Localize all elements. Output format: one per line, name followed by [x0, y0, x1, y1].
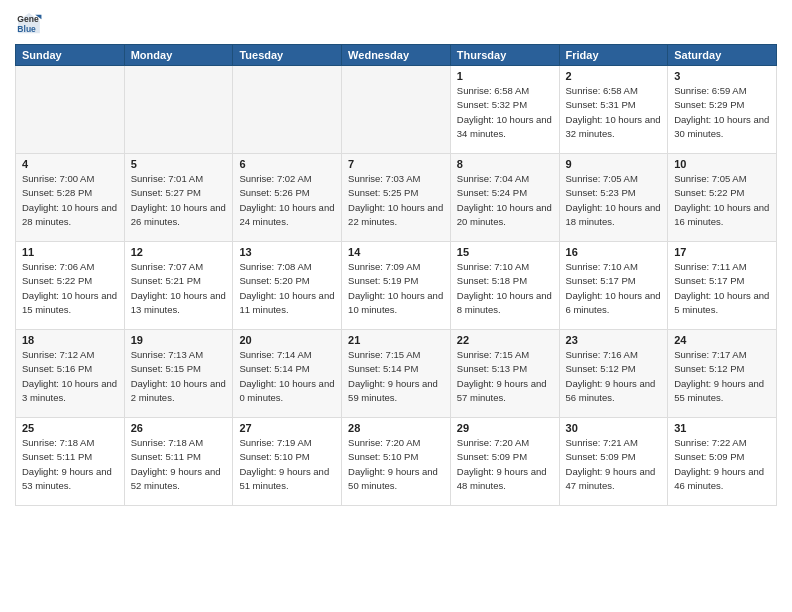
- day-cell: 31Sunrise: 7:22 AMSunset: 5:09 PMDayligh…: [668, 418, 777, 506]
- day-number: 29: [457, 422, 553, 434]
- day-number: 22: [457, 334, 553, 346]
- day-cell: 11Sunrise: 7:06 AMSunset: 5:22 PMDayligh…: [16, 242, 125, 330]
- week-row-3: 11Sunrise: 7:06 AMSunset: 5:22 PMDayligh…: [16, 242, 777, 330]
- day-info: Sunrise: 7:20 AMSunset: 5:10 PMDaylight:…: [348, 436, 444, 493]
- day-number: 15: [457, 246, 553, 258]
- day-number: 17: [674, 246, 770, 258]
- day-info: Sunrise: 7:05 AMSunset: 5:23 PMDaylight:…: [566, 172, 662, 229]
- page: Gene Blue SundayMondayTuesdayWednesdayTh…: [0, 0, 792, 612]
- day-info: Sunrise: 7:02 AMSunset: 5:26 PMDaylight:…: [239, 172, 335, 229]
- week-row-2: 4Sunrise: 7:00 AMSunset: 5:28 PMDaylight…: [16, 154, 777, 242]
- day-info: Sunrise: 7:20 AMSunset: 5:09 PMDaylight:…: [457, 436, 553, 493]
- day-cell: 13Sunrise: 7:08 AMSunset: 5:20 PMDayligh…: [233, 242, 342, 330]
- day-cell: 19Sunrise: 7:13 AMSunset: 5:15 PMDayligh…: [124, 330, 233, 418]
- day-cell: 5Sunrise: 7:01 AMSunset: 5:27 PMDaylight…: [124, 154, 233, 242]
- day-info: Sunrise: 7:00 AMSunset: 5:28 PMDaylight:…: [22, 172, 118, 229]
- day-info: Sunrise: 7:18 AMSunset: 5:11 PMDaylight:…: [131, 436, 227, 493]
- day-cell: [124, 66, 233, 154]
- day-info: Sunrise: 7:15 AMSunset: 5:14 PMDaylight:…: [348, 348, 444, 405]
- week-row-1: 1Sunrise: 6:58 AMSunset: 5:32 PMDaylight…: [16, 66, 777, 154]
- day-cell: 24Sunrise: 7:17 AMSunset: 5:12 PMDayligh…: [668, 330, 777, 418]
- day-info: Sunrise: 7:01 AMSunset: 5:27 PMDaylight:…: [131, 172, 227, 229]
- day-cell: 3Sunrise: 6:59 AMSunset: 5:29 PMDaylight…: [668, 66, 777, 154]
- week-row-4: 18Sunrise: 7:12 AMSunset: 5:16 PMDayligh…: [16, 330, 777, 418]
- day-cell: 16Sunrise: 7:10 AMSunset: 5:17 PMDayligh…: [559, 242, 668, 330]
- day-cell: 17Sunrise: 7:11 AMSunset: 5:17 PMDayligh…: [668, 242, 777, 330]
- day-info: Sunrise: 7:05 AMSunset: 5:22 PMDaylight:…: [674, 172, 770, 229]
- day-number: 23: [566, 334, 662, 346]
- day-number: 20: [239, 334, 335, 346]
- day-info: Sunrise: 7:12 AMSunset: 5:16 PMDaylight:…: [22, 348, 118, 405]
- calendar-table: SundayMondayTuesdayWednesdayThursdayFrid…: [15, 44, 777, 506]
- day-cell: 8Sunrise: 7:04 AMSunset: 5:24 PMDaylight…: [450, 154, 559, 242]
- day-info: Sunrise: 7:21 AMSunset: 5:09 PMDaylight:…: [566, 436, 662, 493]
- day-number: 6: [239, 158, 335, 170]
- weekday-header-tuesday: Tuesday: [233, 45, 342, 66]
- day-number: 30: [566, 422, 662, 434]
- day-info: Sunrise: 7:16 AMSunset: 5:12 PMDaylight:…: [566, 348, 662, 405]
- day-cell: 18Sunrise: 7:12 AMSunset: 5:16 PMDayligh…: [16, 330, 125, 418]
- day-info: Sunrise: 7:08 AMSunset: 5:20 PMDaylight:…: [239, 260, 335, 317]
- day-number: 3: [674, 70, 770, 82]
- weekday-header-row: SundayMondayTuesdayWednesdayThursdayFrid…: [16, 45, 777, 66]
- day-cell: 21Sunrise: 7:15 AMSunset: 5:14 PMDayligh…: [342, 330, 451, 418]
- weekday-header-thursday: Thursday: [450, 45, 559, 66]
- day-number: 9: [566, 158, 662, 170]
- weekday-header-friday: Friday: [559, 45, 668, 66]
- day-cell: 29Sunrise: 7:20 AMSunset: 5:09 PMDayligh…: [450, 418, 559, 506]
- day-info: Sunrise: 6:59 AMSunset: 5:29 PMDaylight:…: [674, 84, 770, 141]
- logo-icon: Gene Blue: [15, 10, 43, 38]
- day-number: 14: [348, 246, 444, 258]
- day-cell: 23Sunrise: 7:16 AMSunset: 5:12 PMDayligh…: [559, 330, 668, 418]
- day-cell: [342, 66, 451, 154]
- day-cell: [16, 66, 125, 154]
- day-info: Sunrise: 7:07 AMSunset: 5:21 PMDaylight:…: [131, 260, 227, 317]
- week-row-5: 25Sunrise: 7:18 AMSunset: 5:11 PMDayligh…: [16, 418, 777, 506]
- day-info: Sunrise: 7:15 AMSunset: 5:13 PMDaylight:…: [457, 348, 553, 405]
- day-number: 26: [131, 422, 227, 434]
- day-cell: 12Sunrise: 7:07 AMSunset: 5:21 PMDayligh…: [124, 242, 233, 330]
- day-cell: 1Sunrise: 6:58 AMSunset: 5:32 PMDaylight…: [450, 66, 559, 154]
- day-info: Sunrise: 7:18 AMSunset: 5:11 PMDaylight:…: [22, 436, 118, 493]
- day-number: 2: [566, 70, 662, 82]
- day-number: 16: [566, 246, 662, 258]
- day-number: 28: [348, 422, 444, 434]
- day-number: 1: [457, 70, 553, 82]
- day-cell: 4Sunrise: 7:00 AMSunset: 5:28 PMDaylight…: [16, 154, 125, 242]
- day-number: 25: [22, 422, 118, 434]
- day-cell: 27Sunrise: 7:19 AMSunset: 5:10 PMDayligh…: [233, 418, 342, 506]
- day-info: Sunrise: 7:17 AMSunset: 5:12 PMDaylight:…: [674, 348, 770, 405]
- day-cell: [233, 66, 342, 154]
- day-cell: 25Sunrise: 7:18 AMSunset: 5:11 PMDayligh…: [16, 418, 125, 506]
- day-cell: 30Sunrise: 7:21 AMSunset: 5:09 PMDayligh…: [559, 418, 668, 506]
- day-number: 19: [131, 334, 227, 346]
- day-cell: 26Sunrise: 7:18 AMSunset: 5:11 PMDayligh…: [124, 418, 233, 506]
- weekday-header-saturday: Saturday: [668, 45, 777, 66]
- svg-text:Gene: Gene: [17, 14, 39, 24]
- day-cell: 22Sunrise: 7:15 AMSunset: 5:13 PMDayligh…: [450, 330, 559, 418]
- day-number: 31: [674, 422, 770, 434]
- day-number: 13: [239, 246, 335, 258]
- day-number: 10: [674, 158, 770, 170]
- weekday-header-sunday: Sunday: [16, 45, 125, 66]
- day-cell: 7Sunrise: 7:03 AMSunset: 5:25 PMDaylight…: [342, 154, 451, 242]
- day-info: Sunrise: 6:58 AMSunset: 5:32 PMDaylight:…: [457, 84, 553, 141]
- day-number: 8: [457, 158, 553, 170]
- day-number: 24: [674, 334, 770, 346]
- logo: Gene Blue: [15, 10, 47, 38]
- day-number: 7: [348, 158, 444, 170]
- day-number: 11: [22, 246, 118, 258]
- day-cell: 20Sunrise: 7:14 AMSunset: 5:14 PMDayligh…: [233, 330, 342, 418]
- day-cell: 15Sunrise: 7:10 AMSunset: 5:18 PMDayligh…: [450, 242, 559, 330]
- header: Gene Blue: [15, 10, 777, 38]
- day-number: 27: [239, 422, 335, 434]
- day-cell: 10Sunrise: 7:05 AMSunset: 5:22 PMDayligh…: [668, 154, 777, 242]
- day-info: Sunrise: 7:09 AMSunset: 5:19 PMDaylight:…: [348, 260, 444, 317]
- day-cell: 9Sunrise: 7:05 AMSunset: 5:23 PMDaylight…: [559, 154, 668, 242]
- day-cell: 6Sunrise: 7:02 AMSunset: 5:26 PMDaylight…: [233, 154, 342, 242]
- day-cell: 28Sunrise: 7:20 AMSunset: 5:10 PMDayligh…: [342, 418, 451, 506]
- day-info: Sunrise: 7:14 AMSunset: 5:14 PMDaylight:…: [239, 348, 335, 405]
- weekday-header-wednesday: Wednesday: [342, 45, 451, 66]
- day-info: Sunrise: 7:10 AMSunset: 5:18 PMDaylight:…: [457, 260, 553, 317]
- day-number: 5: [131, 158, 227, 170]
